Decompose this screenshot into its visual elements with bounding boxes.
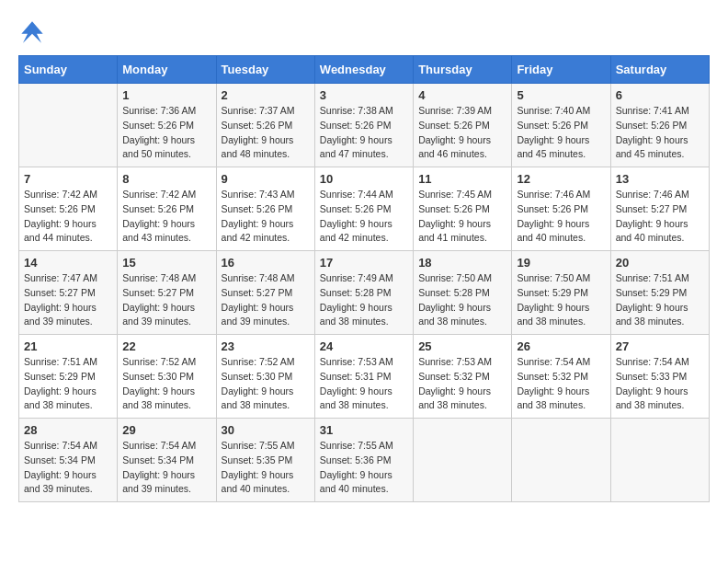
day-number: 16 (222, 256, 310, 270)
day-header-thursday: Thursday (414, 56, 512, 84)
day-header-wednesday: Wednesday (314, 56, 413, 84)
day-number: 18 (418, 256, 506, 270)
calendar-cell: 1Sunrise: 7:36 AM Sunset: 5:26 PM Daylig… (118, 84, 216, 167)
day-detail: Sunrise: 7:53 AM Sunset: 5:31 PM Dayligh… (320, 355, 408, 413)
calendar-cell: 12Sunrise: 7:46 AM Sunset: 5:26 PM Dayli… (512, 167, 610, 251)
day-number: 22 (122, 339, 210, 353)
day-detail: Sunrise: 7:54 AM Sunset: 5:32 PM Dayligh… (517, 355, 605, 413)
day-number: 26 (517, 339, 605, 353)
day-number: 9 (222, 172, 310, 186)
day-number: 2 (222, 88, 310, 102)
calendar-cell (512, 419, 610, 502)
calendar-cell: 2Sunrise: 7:37 AM Sunset: 5:26 PM Daylig… (216, 84, 314, 167)
calendar-week-row: 21Sunrise: 7:51 AM Sunset: 5:29 PM Dayli… (19, 335, 710, 419)
calendar-table: SundayMondayTuesdayWednesdayThursdayFrid… (18, 55, 710, 502)
day-detail: Sunrise: 7:54 AM Sunset: 5:34 PM Dayligh… (24, 439, 112, 497)
calendar-cell: 29Sunrise: 7:54 AM Sunset: 5:34 PM Dayli… (118, 419, 216, 502)
day-detail: Sunrise: 7:46 AM Sunset: 5:27 PM Dayligh… (616, 188, 704, 246)
calendar-week-row: 28Sunrise: 7:54 AM Sunset: 5:34 PM Dayli… (19, 419, 710, 502)
day-number: 17 (320, 256, 408, 270)
calendar-cell: 9Sunrise: 7:43 AM Sunset: 5:26 PM Daylig… (216, 167, 314, 251)
calendar-cell: 30Sunrise: 7:55 AM Sunset: 5:35 PM Dayli… (216, 419, 314, 502)
calendar-cell: 26Sunrise: 7:54 AM Sunset: 5:32 PM Dayli… (512, 335, 610, 419)
calendar-week-row: 14Sunrise: 7:47 AM Sunset: 5:27 PM Dayli… (19, 251, 710, 335)
day-number: 4 (418, 88, 506, 102)
day-number: 30 (222, 423, 310, 437)
day-number: 1 (122, 88, 210, 102)
day-detail: Sunrise: 7:39 AM Sunset: 5:26 PM Dayligh… (418, 104, 506, 162)
day-detail: Sunrise: 7:51 AM Sunset: 5:29 PM Dayligh… (616, 271, 704, 329)
day-header-friday: Friday (512, 56, 610, 84)
day-number: 14 (24, 256, 112, 270)
day-detail: Sunrise: 7:42 AM Sunset: 5:26 PM Dayligh… (122, 188, 210, 246)
calendar-cell: 22Sunrise: 7:52 AM Sunset: 5:30 PM Dayli… (118, 335, 216, 419)
day-detail: Sunrise: 7:50 AM Sunset: 5:28 PM Dayligh… (418, 271, 506, 329)
day-number: 25 (418, 339, 506, 353)
day-detail: Sunrise: 7:41 AM Sunset: 5:26 PM Dayligh… (616, 104, 704, 162)
day-detail: Sunrise: 7:52 AM Sunset: 5:30 PM Dayligh… (122, 355, 210, 413)
day-number: 7 (24, 172, 112, 186)
day-header-monday: Monday (118, 56, 216, 84)
day-detail: Sunrise: 7:46 AM Sunset: 5:26 PM Dayligh… (517, 188, 605, 246)
calendar-cell: 28Sunrise: 7:54 AM Sunset: 5:34 PM Dayli… (19, 419, 118, 502)
calendar-cell: 11Sunrise: 7:45 AM Sunset: 5:26 PM Dayli… (414, 167, 512, 251)
calendar-cell: 24Sunrise: 7:53 AM Sunset: 5:31 PM Dayli… (314, 335, 413, 419)
calendar-cell: 14Sunrise: 7:47 AM Sunset: 5:27 PM Dayli… (19, 251, 118, 335)
calendar-cell: 23Sunrise: 7:52 AM Sunset: 5:30 PM Dayli… (216, 335, 314, 419)
logo (18, 18, 50, 46)
calendar-cell: 15Sunrise: 7:48 AM Sunset: 5:27 PM Dayli… (118, 251, 216, 335)
page-header (18, 18, 710, 46)
calendar-cell: 10Sunrise: 7:44 AM Sunset: 5:26 PM Dayli… (314, 167, 413, 251)
calendar-cell: 13Sunrise: 7:46 AM Sunset: 5:27 PM Dayli… (610, 167, 709, 251)
calendar-cell: 5Sunrise: 7:40 AM Sunset: 5:26 PM Daylig… (512, 84, 610, 167)
day-number: 13 (616, 172, 704, 186)
calendar-cell: 16Sunrise: 7:48 AM Sunset: 5:27 PM Dayli… (216, 251, 314, 335)
calendar-header-row: SundayMondayTuesdayWednesdayThursdayFrid… (19, 56, 710, 84)
day-number: 8 (122, 172, 210, 186)
calendar-cell (414, 419, 512, 502)
day-number: 28 (24, 423, 112, 437)
day-detail: Sunrise: 7:51 AM Sunset: 5:29 PM Dayligh… (24, 355, 112, 413)
day-number: 21 (24, 339, 112, 353)
day-detail: Sunrise: 7:45 AM Sunset: 5:26 PM Dayligh… (418, 188, 506, 246)
day-header-sunday: Sunday (19, 56, 118, 84)
day-detail: Sunrise: 7:49 AM Sunset: 5:28 PM Dayligh… (320, 271, 408, 329)
calendar-cell: 17Sunrise: 7:49 AM Sunset: 5:28 PM Dayli… (314, 251, 413, 335)
calendar-week-row: 7Sunrise: 7:42 AM Sunset: 5:26 PM Daylig… (19, 167, 710, 251)
calendar-cell: 6Sunrise: 7:41 AM Sunset: 5:26 PM Daylig… (610, 84, 709, 167)
day-number: 10 (320, 172, 408, 186)
day-detail: Sunrise: 7:48 AM Sunset: 5:27 PM Dayligh… (122, 271, 210, 329)
day-number: 23 (222, 339, 310, 353)
day-detail: Sunrise: 7:53 AM Sunset: 5:32 PM Dayligh… (418, 355, 506, 413)
day-header-saturday: Saturday (610, 56, 709, 84)
day-detail: Sunrise: 7:42 AM Sunset: 5:26 PM Dayligh… (24, 188, 112, 246)
calendar-cell: 4Sunrise: 7:39 AM Sunset: 5:26 PM Daylig… (414, 84, 512, 167)
day-detail: Sunrise: 7:43 AM Sunset: 5:26 PM Dayligh… (222, 188, 310, 246)
calendar-cell: 31Sunrise: 7:55 AM Sunset: 5:36 PM Dayli… (314, 419, 413, 502)
day-number: 5 (517, 88, 605, 102)
calendar-cell: 20Sunrise: 7:51 AM Sunset: 5:29 PM Dayli… (610, 251, 709, 335)
day-number: 29 (122, 423, 210, 437)
day-detail: Sunrise: 7:50 AM Sunset: 5:29 PM Dayligh… (517, 271, 605, 329)
day-number: 19 (517, 256, 605, 270)
day-detail: Sunrise: 7:38 AM Sunset: 5:26 PM Dayligh… (320, 104, 408, 162)
calendar-cell: 3Sunrise: 7:38 AM Sunset: 5:26 PM Daylig… (314, 84, 413, 167)
calendar-cell: 7Sunrise: 7:42 AM Sunset: 5:26 PM Daylig… (19, 167, 118, 251)
day-header-tuesday: Tuesday (216, 56, 314, 84)
day-detail: Sunrise: 7:55 AM Sunset: 5:36 PM Dayligh… (320, 439, 408, 497)
day-detail: Sunrise: 7:40 AM Sunset: 5:26 PM Dayligh… (517, 104, 605, 162)
day-detail: Sunrise: 7:54 AM Sunset: 5:33 PM Dayligh… (616, 355, 704, 413)
day-number: 27 (616, 339, 704, 353)
day-number: 11 (418, 172, 506, 186)
calendar-body: 1Sunrise: 7:36 AM Sunset: 5:26 PM Daylig… (19, 84, 710, 502)
day-detail: Sunrise: 7:44 AM Sunset: 5:26 PM Dayligh… (320, 188, 408, 246)
calendar-cell: 18Sunrise: 7:50 AM Sunset: 5:28 PM Dayli… (414, 251, 512, 335)
day-number: 6 (616, 88, 704, 102)
calendar-cell: 21Sunrise: 7:51 AM Sunset: 5:29 PM Dayli… (19, 335, 118, 419)
day-number: 24 (320, 339, 408, 353)
calendar-week-row: 1Sunrise: 7:36 AM Sunset: 5:26 PM Daylig… (19, 84, 710, 167)
calendar-cell (19, 84, 118, 167)
day-number: 31 (320, 423, 408, 437)
day-detail: Sunrise: 7:48 AM Sunset: 5:27 PM Dayligh… (222, 271, 310, 329)
day-detail: Sunrise: 7:37 AM Sunset: 5:26 PM Dayligh… (222, 104, 310, 162)
